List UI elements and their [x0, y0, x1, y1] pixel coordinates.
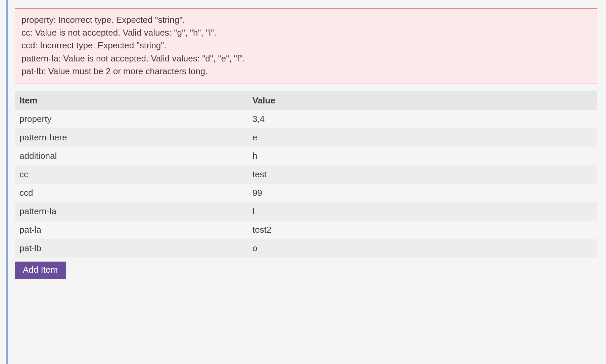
cell-value: o — [248, 239, 597, 258]
cell-value: test — [248, 165, 597, 184]
table-header-row: Item Value — [15, 91, 597, 110]
validation-error-line: cc: Value is not accepted. Valid values:… — [21, 26, 591, 39]
cell-item: pat-lb — [15, 239, 248, 258]
cell-value: e — [248, 128, 597, 147]
cell-value: h — [248, 147, 597, 165]
table-row[interactable]: pat-lb o — [15, 239, 597, 258]
cell-item: ccd — [15, 184, 248, 202]
cell-item: additional — [15, 147, 248, 165]
panel: property: Incorrect type. Expected "stri… — [0, 0, 606, 364]
cell-value: 3,4 — [248, 110, 597, 128]
cell-value: 99 — [248, 184, 597, 202]
cell-item: pattern-la — [15, 202, 248, 221]
table-row[interactable]: property 3,4 — [15, 110, 597, 128]
validation-error-line: ccd: Incorrect type. Expected "string". — [21, 39, 591, 52]
validation-error-box: property: Incorrect type. Expected "stri… — [15, 8, 597, 84]
table-row[interactable]: cc test — [15, 165, 597, 184]
table-row[interactable]: ccd 99 — [15, 184, 597, 202]
validation-error-line: property: Incorrect type. Expected "stri… — [21, 13, 591, 26]
validation-error-line: pat-lb: Value must be 2 or more characte… — [21, 65, 591, 78]
cell-item: pat-la — [15, 221, 248, 239]
column-header-value: Value — [248, 91, 597, 110]
table-row[interactable]: pat-la test2 — [15, 221, 597, 239]
cell-item: property — [15, 110, 248, 128]
validation-error-line: pattern-la: Value is not accepted. Valid… — [21, 52, 591, 65]
table-row[interactable]: additional h — [15, 147, 597, 165]
cell-item: cc — [15, 165, 248, 184]
cell-item: pattern-here — [15, 128, 248, 147]
properties-table: Item Value property 3,4 pattern-here e a… — [15, 91, 597, 258]
table-row[interactable]: pattern-here e — [15, 128, 597, 147]
table-row[interactable]: pattern-la l — [15, 202, 597, 221]
cell-value: l — [248, 202, 597, 221]
add-item-button[interactable]: Add Item — [15, 262, 66, 279]
column-header-item: Item — [15, 91, 248, 110]
left-accent-rule — [6, 0, 8, 364]
cell-value: test2 — [248, 221, 597, 239]
